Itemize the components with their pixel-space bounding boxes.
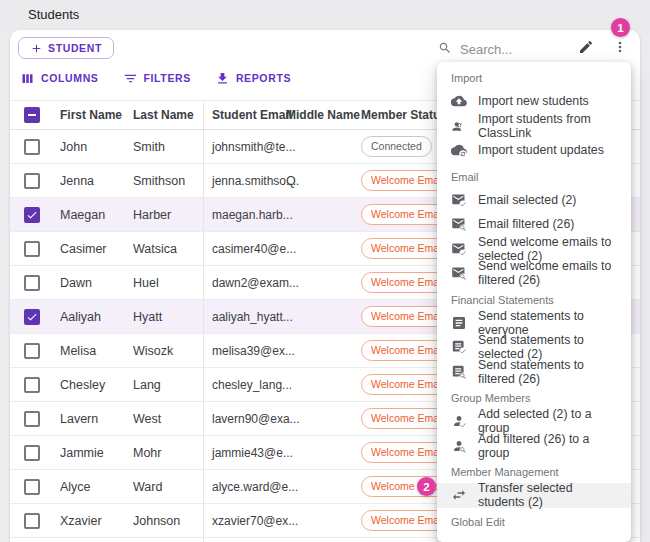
cell-first-name: Casimer [60, 232, 133, 265]
column-header-middle-name[interactable]: Middle Name [278, 101, 353, 129]
menu-section-label: Financial Statements [437, 286, 631, 311]
menu-item[interactable]: Import new students [437, 89, 631, 114]
row-checkbox[interactable] [24, 343, 40, 359]
cell-middle-name [278, 470, 353, 503]
cell-first-name: Jammie [60, 436, 133, 469]
menu-section-label: Global Edit [437, 508, 631, 533]
cell-student-email: aaliyah_hyatt... [203, 300, 278, 333]
cell-student-email: jammie43@e... [203, 436, 278, 469]
doc-icon [451, 315, 467, 331]
row-checkbox[interactable] [24, 513, 40, 529]
cloud-upload-icon [451, 93, 467, 109]
cell-first-name: Melisa [60, 334, 133, 367]
step-1-callout-badge: 1 [611, 18, 630, 37]
cell-student-email: jenna.smithso... [203, 164, 278, 197]
cell-last-name: Watsica [133, 232, 203, 265]
menu-item[interactable]: Import students from ClassLink [437, 114, 631, 139]
cell-student-email: xzavier70@ex... [203, 504, 278, 537]
doc-search-icon [451, 364, 467, 380]
row-checkbox[interactable] [24, 479, 40, 495]
cell-middle-name [278, 402, 353, 435]
cell-last-name: Hansen [133, 538, 203, 542]
menu-item[interactable]: Send statements to filtered (26) [437, 360, 631, 385]
cell-middle-name [278, 436, 353, 469]
row-checkbox[interactable] [24, 309, 40, 325]
columns-button[interactable]: COLUMNS [12, 66, 107, 90]
cell-last-name: Mohr [133, 436, 203, 469]
email-check-icon [451, 192, 467, 208]
cell-last-name: Hyatt [133, 300, 203, 333]
row-checkbox[interactable] [24, 377, 40, 393]
menu-section-label: Email [437, 163, 631, 188]
row-checkbox[interactable] [24, 139, 40, 155]
cell-last-name: Harber [133, 198, 203, 231]
menu-item[interactable]: Send statements to everyone [437, 311, 631, 336]
row-checkbox[interactable] [24, 445, 40, 461]
filters-label: FILTERS [144, 72, 191, 84]
filters-button[interactable]: FILTERS [115, 66, 199, 90]
menu-item[interactable]: Send welcome emails to selected (2) [437, 237, 631, 262]
kebab-icon [612, 39, 628, 55]
add-student-label: STUDENT [48, 42, 102, 54]
cell-first-name: Dawn [60, 266, 133, 299]
row-checkbox[interactable] [24, 173, 40, 189]
cell-student-email: alyce.ward@e... [203, 470, 278, 503]
menu-item[interactable]: Send statements to selected (2) [437, 335, 631, 360]
search-input[interactable] [458, 38, 572, 60]
transfer-icon [451, 487, 467, 503]
menu-item[interactable]: Transfer selected students (2) [437, 483, 631, 508]
cell-student-email: casimer40@e... [203, 232, 278, 265]
row-checkbox[interactable] [24, 207, 40, 223]
menu-item[interactable]: Send welcome emails to filtered (26) [437, 261, 631, 286]
column-header-last-name[interactable]: Last Name [133, 101, 203, 129]
cell-first-name: Chesley [60, 368, 133, 401]
cell-student-email: donald_hanse... [203, 538, 278, 542]
column-header-first-name[interactable]: First Name [60, 101, 133, 129]
person-check-icon [451, 413, 467, 429]
cell-first-name: Maegan [60, 198, 133, 231]
menu-item[interactable]: Add selected (2) to a group [437, 409, 631, 434]
menu-section-label: Group Members [437, 384, 631, 409]
row-checkbox[interactable] [24, 275, 40, 291]
menu-item[interactable]: Import student updates [437, 138, 631, 163]
column-header-student-email[interactable]: Student Email [203, 101, 278, 129]
more-actions-button[interactable] [612, 39, 628, 55]
email-check-icon [451, 241, 467, 257]
cell-middle-name [278, 232, 353, 265]
cell-first-name: Xzavier [60, 504, 133, 537]
pencil-icon [578, 39, 594, 55]
reports-button[interactable]: REPORTS [207, 66, 299, 90]
cell-middle-name [278, 334, 353, 367]
cell-first-name: Aaliyah [60, 300, 133, 333]
row-checkbox[interactable] [24, 411, 40, 427]
cell-middle-name [278, 504, 353, 537]
cell-last-name: Smithson [133, 164, 203, 197]
cell-middle-name [278, 198, 353, 231]
cell-last-name: Smith [133, 130, 203, 163]
cell-first-name: Alyce [60, 470, 133, 503]
person-sync-icon [451, 118, 467, 134]
cell-last-name: Lang [133, 368, 203, 401]
doc-check-icon [451, 339, 467, 355]
cell-first-name: Donald [60, 538, 133, 542]
menu-item[interactable]: Add filtered (26) to a group [437, 434, 631, 459]
menu-item[interactable]: Email filtered (26) [437, 212, 631, 237]
row-checkbox[interactable] [24, 241, 40, 257]
step-2-callout-badge: 2 [417, 477, 436, 496]
menu-item[interactable]: Email selected (2) [437, 188, 631, 213]
edit-button[interactable] [578, 39, 594, 55]
person-search-icon [451, 438, 467, 454]
check-icon [26, 209, 38, 221]
email-search-icon [451, 265, 467, 281]
cell-last-name: Wisozk [133, 334, 203, 367]
cell-student-email: melisa39@ex... [203, 334, 278, 367]
select-all-checkbox[interactable] [24, 107, 40, 123]
cell-student-email: maegan.harb... [203, 198, 278, 231]
cell-last-name: Johnson [133, 504, 203, 537]
cell-student-email: dawn2@exam... [203, 266, 278, 299]
actions-menu: Import Import new students Import studen… [437, 62, 631, 542]
cell-first-name: Jenna [60, 164, 133, 197]
add-student-button[interactable]: STUDENT [18, 37, 114, 59]
cell-student-email: lavern90@exa... [203, 402, 278, 435]
cell-middle-name: Q. [278, 164, 353, 197]
